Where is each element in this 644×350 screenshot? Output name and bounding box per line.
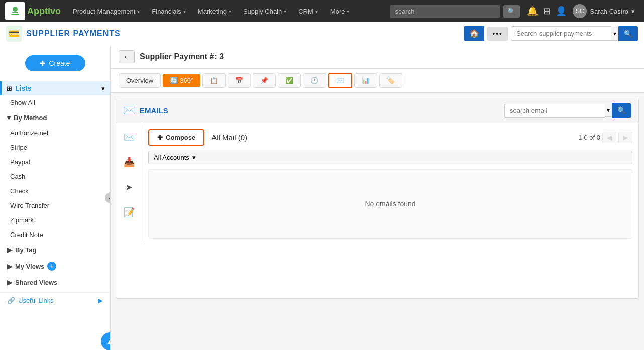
all-accounts-dropdown[interactable]: All Accounts ▾ (148, 151, 632, 164)
chevron-down-icon: ▾ (101, 85, 105, 92)
email-search-button[interactable]: 🔍 (612, 103, 631, 118)
tab-360[interactable]: 🔄 360° (163, 74, 200, 87)
email-draft-icon[interactable]: 📝 (120, 203, 138, 221)
email-inbox-icon[interactable]: ✉️ (120, 128, 138, 146)
email-section-icon: ✉️ (123, 104, 136, 116)
tab-overview[interactable]: Overview (119, 73, 161, 88)
sidebar-item-zipmark[interactable]: Zipmark (0, 213, 110, 227)
tab-pin[interactable]: 📌 (253, 73, 276, 88)
compose-button[interactable]: ✚ Compose (148, 129, 204, 146)
tab-reports[interactable]: 📊 (354, 73, 377, 88)
main-content: ← Supplier Payment #: 3 Overview 🔄 360° … (111, 45, 644, 350)
email-main-area: ✚ Compose All Mail (0) 1-0 of 0 ◀ ▶ All (142, 123, 638, 245)
search-button[interactable]: 🔍 (503, 5, 520, 18)
sidebar-lists-section[interactable]: ⊞ Lists ▾ (0, 81, 110, 95)
nav-supply-chain[interactable]: Supply Chain ▾ (238, 0, 291, 22)
pagination-info: 1-0 of 0 (578, 134, 600, 141)
tab-emails[interactable]: ✉️ (328, 73, 352, 88)
contacts-icon[interactable]: 👤 (556, 6, 567, 17)
search-supplier-input[interactable] (511, 26, 611, 41)
chevron-down-icon: ▾ (284, 9, 286, 14)
email-received-icon[interactable]: 📥 (120, 153, 138, 171)
notifications-icon[interactable]: 🔔 (527, 6, 538, 17)
more-options-button[interactable]: ••• (487, 27, 508, 41)
nav-financials[interactable]: Financials ▾ (147, 0, 191, 22)
nav-marketing[interactable]: Marketing ▾ (193, 0, 236, 22)
link-icon: 🔗 (7, 297, 15, 304)
sidebar-by-method-group[interactable]: ▾ By Method (0, 110, 110, 126)
search-input[interactable] (390, 5, 500, 18)
tab-history[interactable]: 🕐 (303, 73, 326, 88)
grid-icon: ⊞ (7, 85, 12, 92)
email-panel: ✉️ EMAILS ▾ 🔍 ✉️ 📥 ➤ 📝 (116, 98, 639, 299)
all-mail-title: All Mail (0) (211, 133, 247, 142)
email-sent-icon[interactable]: ➤ (120, 178, 138, 196)
sidebar-my-views-group[interactable]: ▶ My Views + (0, 258, 110, 275)
search-dropdown-button[interactable]: ▾ (611, 27, 618, 41)
add-view-icon[interactable]: + (47, 262, 56, 271)
chevron-right-icon: ▶ (7, 279, 12, 286)
nav-search-area: 🔍 (390, 5, 520, 18)
create-button[interactable]: ✚ Create (25, 55, 85, 71)
sidebar-item-wire-transfer[interactable]: Wire Transfer (0, 198, 110, 213)
chevron-down-icon: ▾ (7, 114, 11, 122)
email-panel-header: ✉️ EMAILS ▾ 🔍 (116, 98, 638, 123)
logo-icon (5, 2, 25, 20)
app-icon: 💳 (6, 26, 22, 42)
user-menu[interactable]: SC Sarah Castro ▾ (569, 4, 639, 18)
record-title: Supplier Payment #: 3 (140, 52, 224, 61)
chevron-right-icon: ▶ (7, 263, 12, 270)
next-page-button[interactable]: ▶ (618, 132, 632, 143)
email-section-title: EMAILS (140, 106, 168, 115)
chart-icon: 📊 (362, 77, 370, 84)
chevron-down-icon: ▾ (137, 9, 140, 14)
user-name: Sarah Castro (590, 8, 628, 15)
scroll-up-button[interactable]: ▲ (101, 332, 111, 350)
sidebar-item-cash[interactable]: Cash (0, 169, 110, 184)
tab-calendar[interactable]: 📅 (228, 73, 251, 88)
sidebar-item-stripe[interactable]: Stripe (0, 140, 110, 155)
sidebar-shared-views-group[interactable]: ▶ Shared Views (0, 275, 110, 290)
email-search-input[interactable] (504, 104, 605, 118)
sidebar-useful-links[interactable]: 🔗 Useful Links ▶ (0, 292, 110, 308)
svg-rect-1 (12, 12, 18, 13)
app-logo[interactable]: Apptivo (5, 2, 61, 20)
home-button[interactable]: 🏠 (464, 26, 484, 41)
email-sidebar: ✉️ 📥 ➤ 📝 (116, 123, 142, 245)
previous-page-button[interactable]: ◀ (602, 132, 616, 143)
plus-icon: ✚ (157, 134, 163, 141)
chevron-down-icon: ▾ (315, 9, 318, 14)
logo-text: Apptivo (27, 6, 61, 17)
nav-product-management[interactable]: Product Management ▾ (68, 0, 145, 22)
svg-point-0 (13, 7, 18, 12)
chevron-down-icon: ▾ (192, 154, 196, 161)
tag-icon: 🏷️ (387, 77, 395, 84)
sidebar-item-credit-note[interactable]: Credit Note (0, 227, 110, 242)
nav-crm[interactable]: CRM ▾ (293, 0, 323, 22)
sidebar-item-check[interactable]: Check (0, 184, 110, 198)
sidebar-item-paypal[interactable]: Paypal (0, 155, 110, 169)
tab-details[interactable]: 📋 (202, 73, 226, 88)
tab-tags[interactable]: 🏷️ (379, 73, 402, 88)
tab-tasks[interactable]: ✅ (278, 73, 301, 88)
sidebar-item-authorize[interactable]: Authorize.net (0, 126, 110, 140)
back-button[interactable]: ← (119, 50, 135, 63)
clock-icon: 🕐 (310, 77, 318, 84)
chevron-down-icon: ▾ (229, 9, 231, 14)
sidebar-by-tag-group[interactable]: ▶ By Tag (0, 242, 110, 258)
sub-nav-right: 🏠 ••• ▾ 🔍 (464, 26, 638, 41)
chevron-down-icon: ▾ (631, 8, 635, 15)
details-icon: 📋 (210, 77, 218, 84)
calendar-icon: 📅 (235, 77, 243, 84)
top-navigation: Apptivo Product Management ▾ Financials … (0, 0, 644, 22)
avatar: SC (573, 4, 587, 18)
chevron-right-icon: ▶ (98, 297, 103, 304)
sidebar: ✚ Create ⊞ Lists ▾ Show All ▾ By Method … (0, 45, 111, 350)
apps-icon[interactable]: ⊞ (543, 6, 551, 17)
sidebar-item-show-all[interactable]: Show All (0, 95, 110, 110)
search-supplier-button[interactable]: 🔍 (618, 26, 638, 41)
nav-more[interactable]: More ▾ (325, 0, 355, 22)
main-layout: ✚ Create ⊞ Lists ▾ Show All ▾ By Method … (0, 45, 644, 350)
email-body: ✉️ 📥 ➤ 📝 ✚ Compose All Mail (0) (116, 123, 638, 245)
email-search-dropdown-button[interactable]: ▾ (605, 104, 612, 117)
